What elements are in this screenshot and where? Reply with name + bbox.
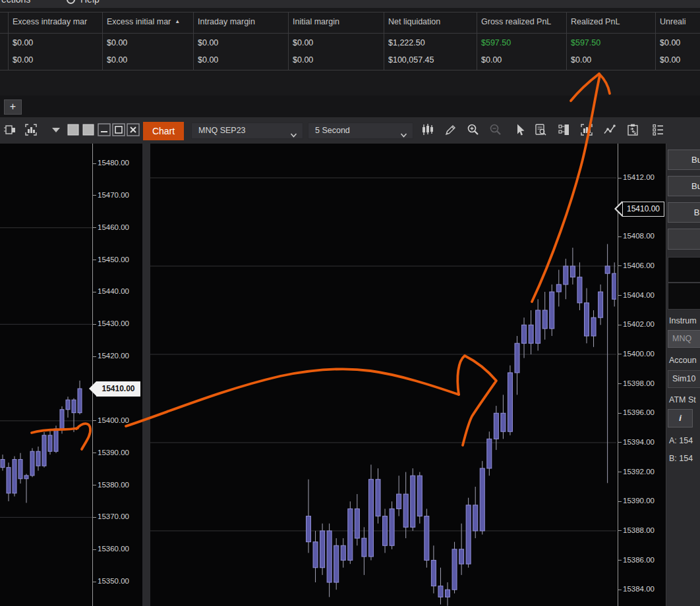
close-icon[interactable] bbox=[126, 123, 140, 137]
info-button[interactable]: i bbox=[668, 409, 693, 427]
table-top-border bbox=[0, 12, 700, 13]
interval-dropdown[interactable]: 5 Second bbox=[308, 123, 413, 139]
column-separator bbox=[477, 12, 477, 70]
axis-tick bbox=[92, 453, 96, 453]
axis-tick bbox=[92, 227, 96, 228]
layout-square2-icon[interactable] bbox=[81, 123, 96, 137]
axis-tick bbox=[618, 265, 622, 266]
buy-button-1[interactable]: Bu bbox=[668, 150, 700, 170]
axis-tick bbox=[618, 295, 622, 296]
column-header-0[interactable]: Excess intraday mar bbox=[13, 17, 100, 26]
buy-button-3[interactable]: B bbox=[668, 202, 700, 223]
candle-body bbox=[522, 325, 527, 343]
pencil-icon[interactable] bbox=[444, 123, 458, 137]
axis-label: 15450.00 bbox=[98, 256, 129, 263]
column-separator bbox=[193, 12, 194, 70]
chevron-down-icon[interactable] bbox=[49, 123, 63, 137]
column-header-7[interactable]: Unreali bbox=[660, 17, 698, 26]
candle-body bbox=[480, 468, 484, 531]
column-header-6[interactable]: Realized PnL bbox=[571, 17, 653, 26]
price-line-a: A: 154 bbox=[669, 436, 693, 445]
chart-window-titlebar: Chart MNQ SEP23 5 Second bbox=[0, 117, 700, 144]
chart-frame-icon[interactable] bbox=[24, 123, 38, 137]
auto-scale-icon[interactable] bbox=[579, 123, 594, 137]
menu-bar: ections Help bbox=[0, 0, 700, 8]
table-cell: $0.00 bbox=[13, 55, 100, 65]
axis-label: 15400.00 bbox=[98, 416, 129, 424]
chart-trader-icon[interactable] bbox=[557, 123, 571, 137]
chart-trader-panel: Bu Bu B Instrum MNQ Accoun Sim10 ATM St … bbox=[666, 144, 700, 606]
axis-tick bbox=[618, 236, 622, 237]
new-tab-button[interactable]: + bbox=[4, 99, 22, 115]
candle-body bbox=[368, 480, 373, 557]
axis-tick bbox=[618, 325, 622, 325]
left-price-marker: 15410.00 bbox=[96, 381, 140, 397]
axis-label: 15420.00 bbox=[98, 352, 129, 360]
candle-body bbox=[515, 343, 519, 373]
list-icon[interactable] bbox=[651, 123, 665, 137]
axis-tick bbox=[92, 582, 96, 582]
chevron-down-icon bbox=[290, 128, 297, 144]
panel-dock-icon[interactable] bbox=[3, 123, 18, 137]
column-separator bbox=[655, 12, 656, 70]
chart-area[interactable]: 15480.0015470.0015460.0015450.0015440.00… bbox=[0, 144, 700, 606]
table-cell: $0.00 bbox=[660, 55, 698, 65]
column-header-1[interactable]: Excess initial mar▲ bbox=[107, 17, 191, 26]
indicators-icon[interactable] bbox=[602, 123, 617, 137]
candle-body bbox=[605, 266, 610, 273]
instrument-dropdown[interactable]: MNQ SEP23 bbox=[191, 123, 303, 139]
table-cell: $0.00 bbox=[293, 38, 382, 47]
table-cell: $100,057.45 bbox=[388, 55, 475, 65]
column-header-4[interactable]: Net liquidation bbox=[388, 17, 475, 26]
axis-label: 15430.00 bbox=[98, 319, 129, 327]
table-cell: $0.00 bbox=[293, 55, 382, 65]
candle-body bbox=[473, 505, 478, 531]
minimize-icon[interactable] bbox=[97, 123, 111, 137]
axis-tick bbox=[618, 501, 622, 502]
maximize-icon[interactable] bbox=[111, 123, 126, 137]
candle-body bbox=[529, 325, 533, 343]
axis-label: 15380.00 bbox=[98, 481, 129, 489]
axis-tick bbox=[618, 178, 622, 179]
tab-strip: + bbox=[0, 96, 700, 117]
axis-label: 15480.00 bbox=[98, 159, 129, 167]
column-header-2[interactable]: Intraday margin bbox=[198, 17, 286, 26]
axis-label: 15394.00 bbox=[623, 438, 655, 446]
candle-body bbox=[501, 413, 506, 431]
candle-body bbox=[78, 389, 82, 413]
cursor-icon[interactable] bbox=[512, 123, 527, 137]
account-field[interactable]: Sim10 bbox=[668, 370, 700, 388]
properties-icon[interactable] bbox=[626, 123, 640, 137]
left-panel-candlechart bbox=[0, 144, 92, 606]
layout-square-icon[interactable] bbox=[66, 123, 80, 137]
candle-body bbox=[591, 317, 596, 336]
axis-label: 15460.00 bbox=[98, 223, 129, 231]
zoom-out-icon[interactable] bbox=[488, 123, 503, 137]
column-header-5[interactable]: Gross realized PnL bbox=[481, 17, 564, 26]
menu-item-help[interactable]: Help bbox=[80, 0, 100, 5]
zoom-in-icon[interactable] bbox=[466, 123, 481, 137]
order-button-4[interactable] bbox=[668, 229, 700, 250]
axis-label: 15440.00 bbox=[98, 287, 129, 295]
atm-strategy-label: ATM St bbox=[669, 395, 696, 404]
axis-tick bbox=[92, 195, 96, 196]
table-cell: $597.50 bbox=[481, 38, 564, 47]
data-box-icon[interactable] bbox=[533, 123, 548, 137]
axis-tick bbox=[92, 324, 96, 325]
panel-separator[interactable] bbox=[142, 144, 150, 606]
menu-item-clipped[interactable]: ections bbox=[1, 0, 30, 5]
column-separator bbox=[102, 12, 103, 70]
instrument-field[interactable]: MNQ bbox=[668, 330, 700, 348]
axis-tick bbox=[92, 549, 96, 550]
candle-body bbox=[403, 494, 408, 527]
candle-body bbox=[348, 509, 353, 560]
axis-label: 15384.00 bbox=[623, 585, 655, 593]
candles-icon[interactable] bbox=[421, 123, 435, 137]
column-header-3[interactable]: Initial margin bbox=[293, 17, 382, 26]
candle-body bbox=[536, 310, 540, 343]
candle-body bbox=[570, 266, 575, 277]
axis-label: 15388.00 bbox=[623, 526, 655, 534]
tab-chart[interactable]: Chart bbox=[143, 122, 184, 140]
buy-button-2[interactable]: Bu bbox=[668, 176, 700, 196]
candle-body bbox=[452, 549, 457, 590]
